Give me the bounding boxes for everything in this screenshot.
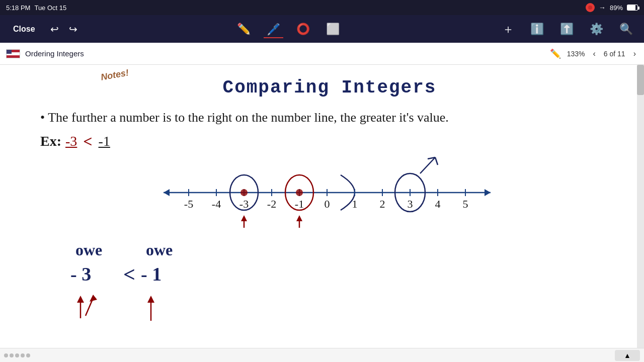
svg-text:- 3: - 3: [70, 263, 91, 285]
annotation-area: owe owe - 3 < - 1: [40, 240, 629, 341]
redo-button[interactable]: ↪: [69, 23, 77, 35]
svg-line-27: [435, 157, 438, 165]
battery-icon: [627, 5, 638, 11]
date-display: Tue Oct 15: [34, 4, 66, 12]
pencil-tool[interactable]: ✏️: [234, 20, 254, 39]
svg-text:-2: -2: [267, 198, 276, 210]
number-line-svg: -5 -4 -3 -2 -1 0 1 2: [148, 155, 511, 230]
scrollbar-thumb[interactable]: [637, 65, 644, 95]
page-info: 6 of 11: [604, 50, 625, 58]
zoom-level: 133%: [567, 50, 585, 58]
svg-point-16: [296, 189, 303, 196]
svg-marker-34: [241, 215, 247, 221]
pen-tool[interactable]: 🖊️: [264, 20, 283, 38]
svg-text:3: 3: [408, 198, 413, 210]
prev-page-button[interactable]: ‹: [591, 48, 598, 59]
close-button[interactable]: Close: [8, 22, 40, 37]
toolbar: Close ↩ ↪ ✏️ 🖊️ ⭕ ⬜ ＋ ℹ️ ⬆️ ⚙️ 🔍: [0, 15, 644, 43]
example-label: Ex:: [40, 133, 61, 149]
document-title: Ordering Integers: [25, 49, 545, 58]
flag-icon: [6, 49, 20, 58]
svg-marker-43: [77, 296, 84, 303]
svg-line-26: [420, 157, 435, 173]
svg-text:owe: owe: [75, 241, 102, 259]
scroll-dot: [10, 353, 14, 357]
number-line-container: -5 -4 -3 -2 -1 0 1 2: [148, 155, 511, 230]
main-content: Notes! Comparing Integers The further a …: [0, 65, 644, 348]
time-display: 5:18 PM: [6, 4, 30, 12]
example-line: Ex: -3 < -1: [40, 132, 629, 151]
svg-marker-2: [485, 189, 491, 196]
svg-text:1: 1: [352, 198, 358, 210]
nav-bar: Ordering Integers ✏️ 133% ‹ 6 of 11 ›: [0, 43, 644, 65]
bottom-bar: ▲: [0, 348, 644, 362]
svg-text:2: 2: [380, 198, 385, 210]
page-title: Comparing Integers: [30, 77, 629, 98]
scroll-dots: [4, 353, 30, 357]
scroll-dot: [21, 353, 25, 357]
scroll-dot: [15, 353, 19, 357]
svg-marker-1: [164, 189, 170, 196]
edit-mode-icon[interactable]: ✏️: [550, 48, 561, 59]
svg-text:owe: owe: [146, 241, 173, 259]
wifi-icon: →: [599, 4, 606, 12]
svg-text:-5: -5: [184, 198, 193, 210]
settings-button[interactable]: ⚙️: [587, 20, 606, 39]
svg-text:-1: -1: [295, 198, 304, 210]
svg-text:<: <: [123, 263, 135, 286]
lasso-tool[interactable]: ⭕: [293, 20, 313, 39]
battery-percent: 89%: [610, 4, 623, 12]
svg-marker-45: [90, 295, 97, 302]
example-neg1: -1: [99, 133, 110, 149]
record-indicator: [586, 3, 595, 12]
scroll-dot: [4, 353, 8, 357]
scroll-dot: [26, 353, 30, 357]
undo-button[interactable]: ↩: [50, 23, 59, 35]
annotation-svg: owe owe - 3 < - 1: [40, 240, 292, 336]
status-bar: 5:18 PM Tue Oct 15 → 89%: [0, 0, 644, 15]
scrollbar[interactable]: [637, 65, 644, 348]
svg-marker-36: [296, 215, 302, 221]
next-page-button[interactable]: ›: [631, 48, 638, 59]
svg-text:-4: -4: [212, 198, 221, 210]
svg-text:5: 5: [463, 198, 468, 210]
scroll-up-button[interactable]: ▲: [615, 350, 640, 361]
search-button[interactable]: 🔍: [616, 20, 636, 39]
info-button[interactable]: ℹ️: [527, 20, 547, 39]
svg-point-10: [240, 189, 248, 196]
svg-text:-3: -3: [239, 198, 249, 210]
bullet-point: The further a number is to the right on …: [40, 108, 629, 127]
less-than-sign: <: [83, 132, 92, 151]
share-button[interactable]: ⬆️: [557, 20, 577, 39]
svg-text:4: 4: [435, 198, 441, 210]
add-button[interactable]: ＋: [499, 18, 517, 40]
example-neg3: -3: [65, 133, 77, 149]
eraser-tool[interactable]: ⬜: [323, 20, 343, 39]
svg-text:0: 0: [325, 198, 330, 210]
svg-marker-47: [147, 296, 154, 303]
svg-text:- 1: - 1: [141, 263, 162, 285]
